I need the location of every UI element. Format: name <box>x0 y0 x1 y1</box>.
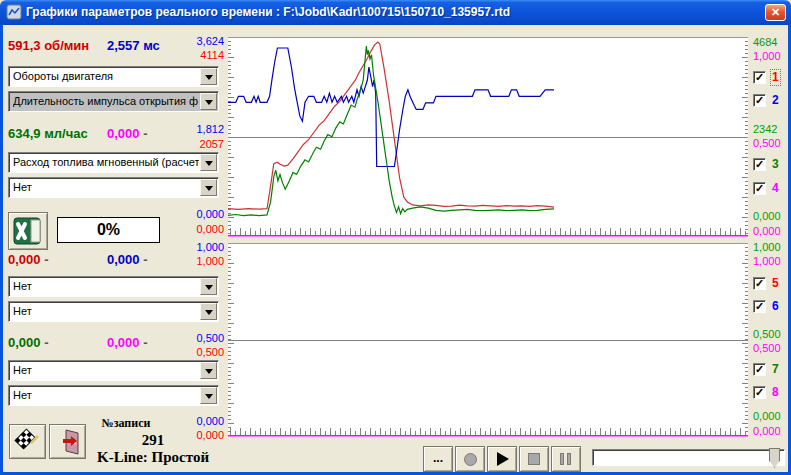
series-number: 8 <box>772 386 779 399</box>
window-title: Графики параметров реального времени : F… <box>26 0 510 25</box>
chart-top-plot <box>228 37 748 237</box>
param-combo-5-value: Нет <box>13 280 199 292</box>
chevron-down-icon[interactable] <box>200 387 217 404</box>
records-label: №записи <box>88 416 164 431</box>
chevron-down-icon[interactable] <box>200 362 217 379</box>
series-number: 3 <box>772 158 779 171</box>
readout-pulse: 2,557 мс <box>107 38 160 53</box>
series-number: 7 <box>772 363 779 376</box>
excel-icon <box>13 217 43 245</box>
chevron-down-icon[interactable] <box>200 154 217 171</box>
readout-ch4: 0,000 - <box>107 126 148 141</box>
param-combo-8-value: Нет <box>13 389 199 401</box>
checkbox-icon[interactable]: ✓ <box>753 363 766 376</box>
axis-bot-right-green-mid: 0,500 <box>753 329 791 340</box>
record-button[interactable] <box>455 446 485 472</box>
axis-top-right-magenta-max: 1,000 <box>753 51 791 62</box>
app-window: Графики параметров реального времени : F… <box>0 0 791 475</box>
play-icon <box>497 452 509 466</box>
checkbox-icon[interactable]: ✓ <box>753 94 766 107</box>
checkbox-icon[interactable]: ✓ <box>753 182 766 195</box>
checkbox-icon[interactable]: ✓ <box>753 300 766 313</box>
series-number: 4 <box>772 182 779 195</box>
param-combo-3-value: Расход топлива мгновенный (расчет <box>13 156 199 168</box>
param-combo-1-value: Обороты двигателя <box>13 70 199 82</box>
axis-top-right-green-min: 0,000 <box>753 211 791 222</box>
axis-bot-left-red-max: 1,000 <box>186 256 224 267</box>
param-combo-6-value: Нет <box>13 305 199 317</box>
kline-status: K-Line: Простой <box>88 449 218 466</box>
excel-export-button[interactable] <box>8 212 48 250</box>
readout-ch5: 0,000 - <box>8 252 49 267</box>
axis-top-right-green-mid: 2342 <box>753 124 791 135</box>
chevron-down-icon[interactable] <box>200 278 217 295</box>
checkbox-icon[interactable]: ✓ <box>753 158 766 171</box>
series-number: 1 <box>772 71 779 84</box>
app-icon <box>6 4 22 20</box>
close-button[interactable]: ✕ <box>765 4 786 21</box>
axis-bot-left-blue-min: 0,000 <box>186 416 224 427</box>
pause-icon <box>560 453 564 465</box>
chevron-down-icon[interactable] <box>200 303 217 320</box>
axis-bot-right-magenta-min: 0,000 <box>753 426 791 437</box>
playback-position-slider[interactable] <box>592 449 785 466</box>
axis-top-left-blue-mid: 1,812 <box>186 124 224 135</box>
stop-icon <box>528 453 540 465</box>
axis-bot-left-red-min: 0,000 <box>186 430 224 441</box>
axis-bot-right-magenta-max: 1,000 <box>753 256 791 267</box>
browse-button[interactable]: ... <box>423 446 453 472</box>
checkbox-icon[interactable]: ✓ <box>753 386 766 399</box>
axis-bot-left-blue-max: 1,000 <box>186 242 224 253</box>
param-combo-8[interactable]: Нет <box>8 385 219 406</box>
param-combo-3[interactable]: Расход топлива мгновенный (расчет <box>8 152 219 173</box>
export-progress: 0% <box>57 217 160 243</box>
pause-button[interactable] <box>551 446 581 472</box>
param-combo-1[interactable]: Обороты двигателя <box>8 66 219 87</box>
exit-door-icon <box>54 428 82 456</box>
series-number: 6 <box>772 300 779 313</box>
checkered-flag-icon <box>13 427 41 455</box>
axis-bot-left-red-mid: 0,500 <box>186 347 224 358</box>
axis-top-left-red-max: 4114 <box>186 50 224 61</box>
checkbox-icon[interactable]: ✓ <box>753 277 766 290</box>
axis-top-left-blue-min: 0,000 <box>186 209 224 220</box>
param-combo-2[interactable]: Длительность импульса открытия ф <box>8 91 219 112</box>
axis-bot-right-green-max: 1,000 <box>753 242 791 253</box>
chart-bottom-plot <box>228 243 748 437</box>
param-combo-2-value: Длительность импульса открытия ф <box>13 95 199 107</box>
axis-top-left-blue-max: 3,624 <box>186 36 224 47</box>
axis-top-right-magenta-mid: 0,500 <box>753 138 791 149</box>
record-icon <box>464 453 477 466</box>
readout-fuel: 634,9 мл/час <box>8 126 88 141</box>
window-border-left <box>0 25 3 475</box>
axis-bot-right-magenta-mid: 0,500 <box>753 343 791 354</box>
series-number: 2 <box>772 94 779 107</box>
axis-top-left-red-mid: 2057 <box>186 139 224 150</box>
play-button[interactable] <box>487 446 517 472</box>
chevron-down-icon[interactable] <box>200 93 217 110</box>
titlebar: Графики параметров реального времени : F… <box>0 0 791 25</box>
readout-ch6: 0,000 - <box>107 252 148 267</box>
axis-top-right-green-max: 4684 <box>753 37 791 48</box>
axis-top-right-magenta-min: 0,000 <box>753 226 791 237</box>
exit-button[interactable] <box>49 424 86 459</box>
param-combo-4[interactable]: Нет <box>8 177 219 198</box>
axis-bot-right-green-min: 0,000 <box>753 411 791 422</box>
chevron-down-icon[interactable] <box>200 68 217 85</box>
readout-rpm: 591,3 об/мин <box>8 38 89 53</box>
readout-ch7: 0,000 - <box>8 335 49 350</box>
param-combo-7[interactable]: Нет <box>8 360 219 381</box>
slider-thumb[interactable] <box>769 448 780 468</box>
pause-icon <box>567 453 571 465</box>
series-number: 5 <box>772 277 779 290</box>
chevron-down-icon[interactable] <box>200 179 217 196</box>
stop-button[interactable] <box>519 446 549 472</box>
param-combo-6[interactable]: Нет <box>8 301 219 322</box>
readout-ch8: 0,000 - <box>107 335 148 350</box>
param-combo-7-value: Нет <box>13 364 199 376</box>
param-combo-5[interactable]: Нет <box>8 276 219 297</box>
param-combo-4-value: Нет <box>13 181 199 193</box>
axis-top-left-red-min: 0,000 <box>186 224 224 235</box>
finish-flag-button[interactable] <box>9 424 46 459</box>
checkbox-icon[interactable]: ✓ <box>753 71 766 84</box>
